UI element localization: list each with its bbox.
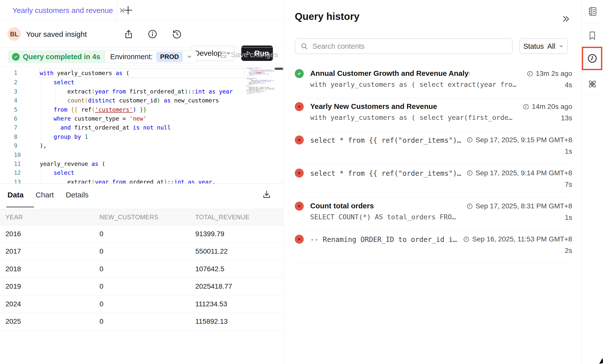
query-history-panel: Query history Status All Annual Customer…: [284, 0, 581, 364]
history-item-time: Sep 17, 2025, 8:31 PM GMT+8: [466, 202, 572, 210]
tab-bar: Yearly customers and revenue: [0, 0, 284, 21]
tab-data[interactable]: Data: [7, 191, 24, 199]
history-item-title: Yearly New Customers and Revenue: [310, 102, 437, 111]
code-line[interactable]: 6 where customer_type = 'new': [0, 114, 246, 123]
editor-pane: Yearly customers and revenue BL Your sav…: [0, 0, 284, 364]
journal-icon[interactable]: [587, 6, 598, 17]
history-item[interactable]: select * from {{ ref("order_items")…Sep …: [295, 132, 572, 165]
clock-history-icon[interactable]: [587, 53, 598, 64]
code-text: extract(year from first_ordered_at)::int…: [40, 87, 233, 96]
column-header[interactable]: YEAR: [5, 214, 100, 221]
code-text: select: [40, 168, 74, 177]
status-filter-dropdown[interactable]: Status All: [519, 39, 568, 54]
save-changes-button[interactable]: Save changes: [219, 50, 278, 59]
minimap[interactable]: with yearly_customers as ( select extrac…: [246, 68, 274, 182]
line-number: 6: [0, 114, 40, 123]
history-item-title: -- Renaming ORDER_ID to order_id i…: [310, 235, 457, 244]
lineage-icon[interactable]: [587, 79, 598, 90]
line-number: 11: [0, 159, 40, 168]
column-header[interactable]: TOTAL_REVENUE: [195, 214, 284, 221]
rail-divider: [582, 95, 603, 95]
insight-toolbar: BL Your saved insight Develop Run: [0, 21, 284, 47]
code-line[interactable]: 3 extract(year from first_ordered_at)::i…: [0, 87, 246, 96]
save-icon: [219, 50, 227, 59]
code-line[interactable]: 10: [0, 150, 246, 159]
code-line[interactable]: 9),: [0, 141, 246, 150]
table-row[interactable]: 201902025418.77: [0, 278, 284, 296]
history-item[interactable]: Count total ordersSep 17, 2025, 8:31 PM …: [295, 198, 572, 231]
error-badge-icon: [295, 202, 304, 211]
code-line[interactable]: 12 select: [0, 168, 246, 177]
history-item[interactable]: select * from {{ ref("order_items")…Sep …: [295, 165, 572, 198]
avatar[interactable]: BL: [7, 27, 21, 41]
history-item[interactable]: Yearly New Customers and Revenue14m 20s …: [295, 98, 572, 131]
table-body: 2016091399.7920170550011.2220180107642.5…: [0, 225, 284, 330]
line-number: 12: [0, 168, 40, 177]
table-row[interactable]: 20170550011.22: [0, 243, 284, 261]
table-cell: 111234.53: [195, 300, 284, 308]
table-cell: 0: [100, 230, 195, 238]
scrollbar-thumb[interactable]: [275, 68, 283, 70]
code-line[interactable]: 11yearly_revenue as (: [0, 159, 246, 168]
query-history-title: Query history: [295, 11, 359, 22]
table-cell: 115892.13: [195, 318, 284, 325]
table-cell: 0: [100, 282, 195, 290]
code-line[interactable]: 4 count(distinct customer_id) as new_cus…: [0, 96, 246, 105]
collapse-panel-icon[interactable]: [561, 14, 570, 23]
tab-yearly-customers[interactable]: Yearly customers and revenue: [12, 6, 113, 15]
mouse-cursor: [598, 358, 603, 364]
query-status-text: Query completed in 4s: [23, 53, 100, 61]
search-input[interactable]: [312, 42, 507, 51]
table-cell: 2017: [5, 247, 100, 255]
search-icon: [301, 43, 308, 50]
code-text: where customer_type = 'new': [40, 114, 147, 123]
table-row[interactable]: 2016091399.79: [0, 225, 284, 243]
code-line[interactable]: 2 select: [0, 78, 246, 87]
download-icon[interactable]: [262, 189, 272, 199]
history-item[interactable]: Annual Customer Growth and Revenue Analy…: [295, 65, 572, 98]
info-icon[interactable]: [147, 29, 158, 39]
table-cell: 550011.22: [195, 247, 284, 255]
code-line[interactable]: 8 group by 1: [0, 132, 246, 141]
table-row[interactable]: 20240111234.53: [0, 295, 284, 313]
sql-editor[interactable]: 1with yearly_customers as (2 select3 ext…: [0, 66, 284, 183]
active-tab-underline: [6, 206, 34, 208]
table-row[interactable]: 20180107642.5: [0, 260, 284, 278]
status-filter-label: Status: [523, 42, 544, 50]
code-text: extract(year from ordered_at)::int as ye…: [40, 178, 215, 183]
table-cell: 0: [100, 318, 195, 325]
tab-divider: [117, 0, 117, 21]
status-bar: Query completed in 4s Environment: PROD …: [0, 47, 284, 66]
code-line[interactable]: 5 from {{ ref('customers') }}: [0, 105, 246, 114]
environment-selector[interactable]: Environment: PROD: [104, 50, 197, 63]
history-item[interactable]: -- Renaming ORDER_ID to order_id i…Sep 1…: [295, 231, 572, 264]
history-search[interactable]: [295, 39, 512, 54]
history-item-time: Sep 16, 2025, 11:53 PM GMT+8: [463, 235, 572, 243]
rail-divider: [582, 23, 603, 23]
version-history-icon[interactable]: [172, 29, 182, 39]
line-number: 9: [0, 141, 40, 150]
tab-chart[interactable]: Chart: [36, 191, 54, 199]
bookmark-icon[interactable]: [587, 30, 598, 41]
history-item-duration: 1s: [565, 147, 572, 155]
new-tab-button[interactable]: [122, 4, 134, 16]
table-cell: 91399.79: [195, 230, 284, 238]
line-number: 3: [0, 87, 40, 96]
code-line[interactable]: 13 extract(year from ordered_at)::int as…: [0, 178, 246, 183]
history-list: Annual Customer Growth and Revenue Analy…: [295, 65, 572, 264]
table-row[interactable]: 20250115892.13: [0, 313, 284, 331]
history-item-time: Sep 17, 2025, 9:14 PM GMT+8: [466, 169, 572, 177]
table-cell: 2018: [5, 265, 100, 273]
table-header: YEARNEW_CUSTOMERSTOTAL_REVENUE: [0, 209, 284, 225]
history-item-duration: 2s: [565, 247, 572, 255]
history-item-duration: 13s: [561, 114, 572, 122]
column-header[interactable]: NEW_CUSTOMERS: [100, 214, 195, 221]
tab-details[interactable]: Details: [66, 191, 89, 199]
table-cell: 2016: [5, 230, 100, 238]
share-icon[interactable]: [123, 29, 134, 39]
code-line[interactable]: 7 and first_ordered_at is not null: [0, 123, 246, 132]
results-tabs: DataChartDetails: [7, 191, 89, 199]
table-cell: 0: [100, 247, 195, 255]
code-line[interactable]: 1with yearly_customers as (: [0, 68, 246, 78]
history-item-duration: 1s: [565, 214, 572, 222]
